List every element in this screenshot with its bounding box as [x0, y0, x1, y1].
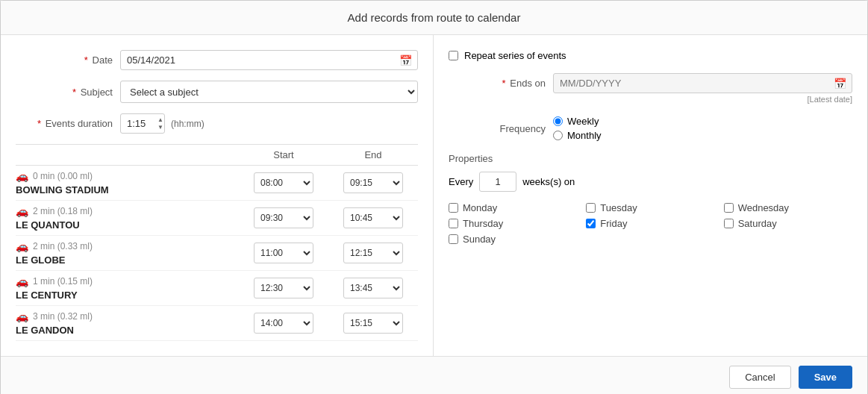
car-icon: 🚗 — [16, 205, 28, 217]
tuesday-day-label[interactable]: Tuesday — [600, 202, 637, 213]
duration-wrap: ▲ ▼ (hh:mm) — [120, 113, 204, 134]
car-icon: 🚗 — [16, 170, 28, 182]
subject-label: * Subject — [16, 87, 113, 98]
monday-day-label[interactable]: Monday — [463, 202, 497, 213]
frequency-options: Weekly Monthly — [553, 116, 602, 141]
saturday-day-label[interactable]: Saturday — [738, 218, 777, 229]
wednesday-day-label[interactable]: Wednesday — [738, 202, 789, 213]
cancel-button[interactable]: Cancel — [729, 366, 790, 389]
start-time-select[interactable]: 08:00 — [254, 172, 313, 193]
monday-checkbox[interactable] — [449, 203, 458, 213]
latest-date-text: [Latest date] — [553, 95, 852, 104]
monthly-label[interactable]: Monthly — [567, 130, 602, 141]
ends-on-row: * Ends on 📅 [Latest date] — [449, 73, 852, 104]
route-row-content: 🚗 2 min (0.18 ml) LE QUANTOU 09:30 10:45 — [16, 205, 418, 231]
route-info-col: 🚗 1 min (0.15 ml) LE CENTURY — [16, 275, 239, 301]
date-row: * Date 📅 — [16, 50, 418, 70]
day-option-monday: Monday — [449, 202, 577, 213]
col-name-header — [16, 149, 239, 160]
every-row: Every weeks(s) on — [449, 172, 852, 192]
subject-field-wrap: Select a subject — [120, 81, 418, 103]
monthly-radio[interactable] — [553, 131, 563, 140]
route-info: 🚗 3 min (0.32 ml) — [16, 310, 239, 322]
start-time-col: 09:30 — [239, 207, 328, 228]
duration-row: * Events duration ▲ ▼ (hh:mm) — [16, 113, 418, 134]
duration-field-wrap: ▲ ▼ (hh:mm) — [120, 113, 418, 134]
route-info: 🚗 0 min (0.00 ml) — [16, 170, 239, 182]
start-time-select[interactable]: 14:00 — [254, 313, 313, 334]
duration-label: * Events duration — [16, 118, 113, 129]
sunday-day-label[interactable]: Sunday — [463, 234, 496, 245]
ends-on-input[interactable] — [553, 73, 852, 93]
end-time-select[interactable]: 09:15 — [343, 172, 403, 193]
start-time-select[interactable]: 12:30 — [254, 278, 313, 298]
end-time-select[interactable]: 13:45 — [343, 278, 403, 298]
dialog-footer: Cancel Save — [1, 356, 867, 394]
day-option-thursday: Thursday — [449, 218, 577, 229]
save-button[interactable]: Save — [799, 366, 852, 389]
ends-on-calendar-icon[interactable]: 📅 — [834, 78, 846, 90]
subject-row: * Subject Select a subject — [16, 81, 418, 103]
start-time-col: 12:30 — [239, 278, 328, 298]
end-time-col: 10:45 — [328, 207, 418, 228]
thursday-day-label[interactable]: Thursday — [463, 218, 503, 229]
thursday-checkbox[interactable] — [449, 219, 458, 228]
end-time-select[interactable]: 15:15 — [343, 313, 403, 334]
spinner-up-icon[interactable]: ▲ — [157, 116, 163, 123]
col-start-header: Start — [239, 149, 328, 160]
frequency-row: Frequency Weekly Monthly — [449, 116, 852, 141]
route-distance: 3 min (0.32 ml) — [33, 311, 93, 322]
route-info-col: 🚗 2 min (0.18 ml) LE QUANTOU — [16, 205, 239, 231]
car-icon: 🚗 — [16, 310, 28, 322]
route-info-col: 🚗 2 min (0.33 ml) LE GLOBE — [16, 240, 239, 266]
repeat-checkbox[interactable] — [449, 51, 458, 60]
start-time-select[interactable]: 09:30 — [254, 207, 313, 228]
route-info: 🚗 2 min (0.18 ml) — [16, 205, 239, 217]
duration-spinner[interactable]: ▲ ▼ — [157, 116, 163, 131]
end-time-select[interactable]: 10:45 — [343, 207, 403, 228]
route-distance: 2 min (0.18 ml) — [33, 206, 93, 216]
sunday-checkbox[interactable] — [449, 234, 458, 244]
route-info-col: 🚗 0 min (0.00 ml) BOWLING STADIUM — [16, 170, 239, 196]
saturday-checkbox[interactable] — [724, 219, 734, 228]
ends-on-input-row: 📅 — [553, 73, 852, 93]
day-option-friday: Friday — [586, 218, 714, 229]
table-header: Start End — [16, 145, 418, 166]
route-name: BOWLING STADIUM — [16, 184, 239, 196]
friday-day-label[interactable]: Friday — [600, 218, 627, 229]
spinner-down-icon[interactable]: ▼ — [157, 124, 163, 131]
date-input-wrap: 📅 — [120, 50, 418, 70]
properties-section: Properties Every weeks(s) on MondayTuesd… — [449, 153, 852, 245]
weekly-label[interactable]: Weekly — [567, 116, 599, 127]
route-times: 14:00 15:15 — [239, 313, 418, 334]
table-row: 🚗 3 min (0.32 ml) LE GANDON 14:00 15:15 — [16, 306, 418, 341]
repeat-label[interactable]: Repeat series of events — [464, 50, 566, 61]
subject-select[interactable]: Select a subject — [120, 81, 418, 103]
date-input[interactable] — [120, 50, 418, 70]
ends-on-label: * Ends on — [449, 73, 546, 89]
route-times: 11:00 12:15 — [239, 243, 418, 263]
every-input[interactable] — [479, 172, 516, 192]
route-info: 🚗 1 min (0.15 ml) — [16, 275, 239, 287]
dialog-body: * Date 📅 * Subject Sele — [1, 35, 867, 356]
wednesday-checkbox[interactable] — [724, 203, 734, 213]
weekly-radio[interactable] — [553, 116, 563, 126]
friday-checkbox[interactable] — [586, 219, 596, 228]
car-icon: 🚗 — [16, 275, 28, 287]
route-name: LE GANDON — [16, 325, 239, 336]
start-time-select[interactable]: 11:00 — [254, 243, 313, 263]
route-row-content: 🚗 1 min (0.15 ml) LE CENTURY 12:30 13:45 — [16, 275, 418, 301]
calendar-icon[interactable]: 📅 — [399, 54, 412, 66]
table-row: 🚗 2 min (0.18 ml) LE QUANTOU 09:30 10:45 — [16, 201, 418, 236]
weeks-on-label: weeks(s) on — [522, 176, 575, 187]
required-star-date: * — [84, 54, 88, 66]
required-star-duration: * — [37, 118, 41, 129]
dialog-title: Add records from route to calendar — [1, 1, 867, 35]
table-row: 🚗 1 min (0.15 ml) LE CENTURY 12:30 13:45 — [16, 271, 418, 306]
tuesday-checkbox[interactable] — [586, 203, 596, 213]
route-row-content: 🚗 0 min (0.00 ml) BOWLING STADIUM 08:00 … — [16, 170, 418, 196]
end-time-select[interactable]: 12:15 — [343, 243, 403, 263]
route-distance: 0 min (0.00 ml) — [33, 171, 93, 181]
route-name: LE GLOBE — [16, 254, 239, 266]
table-row: 🚗 2 min (0.33 ml) LE GLOBE 11:00 12:15 — [16, 236, 418, 271]
